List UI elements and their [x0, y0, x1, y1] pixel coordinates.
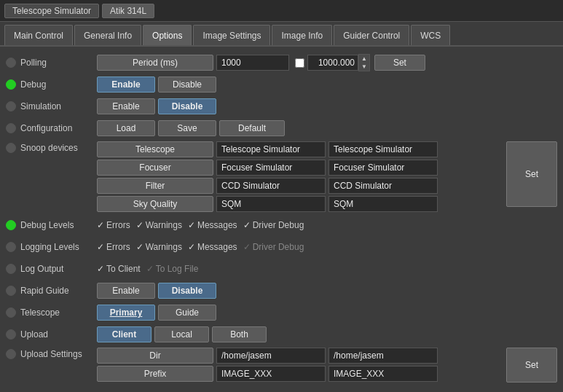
tab-main-control[interactable]: Main Control	[4, 25, 73, 45]
upload-settings-set-btn[interactable]: Set	[506, 348, 557, 383]
debug-levels-indicator	[6, 220, 16, 230]
snoop-row-telescope: Telescope	[97, 141, 503, 157]
config-default-btn[interactable]: Default	[219, 120, 285, 136]
upload-row: Upload Client Local Both	[6, 326, 557, 343]
upload-prefix-btn[interactable]: Prefix	[97, 366, 213, 382]
logging-driver-debug-check[interactable]: ✓ Driver Debug	[243, 242, 304, 252]
upload-prefix-row: Prefix	[97, 366, 503, 382]
snoop-row-skyquality: Sky Quality	[97, 196, 503, 212]
spinner-down[interactable]: ▼	[359, 63, 369, 71]
debug-warnings-check[interactable]: ✓ Warnings	[136, 220, 182, 230]
logging-errors-check[interactable]: ✓ Errors	[97, 242, 130, 252]
config-load-btn[interactable]: Load	[97, 120, 155, 136]
log-output-indicator	[6, 264, 16, 274]
tab-guider-control[interactable]: Guider Control	[334, 25, 409, 45]
polling-checkbox[interactable]	[295, 58, 304, 68]
debug-row: Debug Enable Disable	[6, 76, 557, 93]
snoop-set-btn[interactable]: Set	[506, 141, 557, 207]
upload-label: Upload	[20, 329, 97, 340]
snoop-devices-section: Snoop devices Telescope Focuser Filter	[6, 141, 557, 212]
upload-settings-indicator	[6, 349, 16, 359]
rapid-guide-label: Rapid Guide	[20, 286, 97, 296]
log-output-label: Log Output	[20, 264, 97, 274]
main-content: Polling Period (ms) 1000.000 ▲ ▼ Set Deb…	[0, 47, 563, 392]
snoop-skyquality-val2[interactable]	[328, 196, 438, 212]
tab-image-settings[interactable]: Image Settings	[193, 25, 270, 45]
debug-enable-btn[interactable]: Enable	[97, 77, 155, 93]
log-to-client-check[interactable]: ✓ To Client	[97, 264, 141, 274]
telescope-guide-btn[interactable]: Guide	[158, 305, 216, 321]
polling-row: Polling Period (ms) 1000.000 ▲ ▼ Set	[6, 54, 557, 71]
title-tab-atik[interactable]: Atik 314L	[102, 4, 154, 18]
rapid-guide-indicator	[6, 286, 16, 296]
telescope-label: Telescope	[20, 307, 97, 318]
log-to-file-check[interactable]: ✓ To Log File	[146, 264, 199, 274]
snoop-focuser-val1[interactable]	[216, 160, 326, 176]
snoop-row-focuser: Focuser	[97, 160, 503, 176]
logging-levels-indicator	[6, 242, 16, 252]
upload-both-btn[interactable]: Both	[212, 326, 267, 342]
upload-dir-val2[interactable]	[328, 348, 438, 364]
telescope-primary-btn[interactable]: Primary	[97, 305, 155, 321]
snoop-row-filter: Filter	[97, 178, 503, 194]
upload-prefix-val2[interactable]	[328, 366, 438, 382]
debug-indicator	[6, 79, 16, 90]
snoop-telescope-val2[interactable]	[328, 141, 438, 157]
upload-local-btn[interactable]: Local	[154, 326, 209, 342]
snoop-telescope-btn[interactable]: Telescope	[97, 141, 213, 157]
logging-levels-row: Logging Levels ✓ Errors ✓ Warnings ✓ Mes…	[6, 238, 557, 256]
polling-spinbox[interactable]: 1000.000	[307, 55, 358, 71]
upload-dir-val1[interactable]	[216, 348, 326, 364]
snoop-grid: Telescope Focuser Filter Sky Quality	[97, 141, 503, 212]
upload-indicator	[6, 329, 16, 340]
debug-messages-check[interactable]: ✓ Messages	[188, 220, 237, 230]
rapid-guide-enable-btn[interactable]: Enable	[97, 283, 155, 299]
upload-settings-grid: Dir Prefix	[97, 348, 503, 382]
log-output-row: Log Output ✓ To Client ✓ To Log File	[6, 260, 557, 278]
logging-warnings-check[interactable]: ✓ Warnings	[136, 242, 182, 252]
rapid-guide-disable-btn[interactable]: Disable	[158, 283, 216, 299]
tab-general-info[interactable]: General Info	[74, 25, 141, 45]
snoop-focuser-val2[interactable]	[328, 160, 438, 176]
debug-errors-check[interactable]: ✓ Errors	[97, 220, 130, 230]
upload-dir-btn[interactable]: Dir	[97, 348, 213, 364]
spinner-up[interactable]: ▲	[359, 55, 369, 63]
debug-driver-debug-check[interactable]: ✓ Driver Debug	[243, 220, 304, 230]
debug-levels-label: Debug Levels	[20, 220, 97, 230]
upload-settings-section: Upload Settings Dir Prefix Set	[6, 348, 557, 383]
simulation-row: Simulation Enable Disable	[6, 98, 557, 115]
nav-tabs: Main Control General Info Options Image …	[0, 22, 563, 47]
telescope-indicator	[6, 307, 16, 318]
config-save-btn[interactable]: Save	[158, 120, 216, 136]
polling-period-btn[interactable]: Period (ms)	[97, 55, 213, 71]
snoop-telescope-val1[interactable]	[216, 141, 326, 157]
debug-disable-btn[interactable]: Disable	[158, 77, 216, 93]
snoop-filter-btn[interactable]: Filter	[97, 178, 213, 194]
logging-levels-label: Logging Levels	[20, 242, 97, 252]
snoop-skyquality-val1[interactable]	[216, 196, 326, 212]
polling-set-btn[interactable]: Set	[374, 55, 425, 71]
simulation-label: Simulation	[20, 101, 97, 111]
snoop-focuser-btn[interactable]: Focuser	[97, 160, 213, 176]
snoop-filter-val1[interactable]	[216, 178, 326, 194]
title-tab-telescope-simulator[interactable]: Telescope Simulator	[4, 4, 99, 18]
configuration-row: Configuration Load Save Default	[6, 119, 557, 137]
tab-wcs[interactable]: WCS	[411, 25, 450, 45]
configuration-label: Configuration	[20, 123, 97, 133]
rapid-guide-row: Rapid Guide Enable Disable	[6, 282, 557, 299]
snoop-filter-val2[interactable]	[328, 178, 438, 194]
snoop-skyquality-btn[interactable]: Sky Quality	[97, 196, 213, 212]
telescope-row: Telescope Primary Guide	[6, 304, 557, 321]
simulation-disable-btn[interactable]: Disable	[158, 98, 216, 114]
upload-settings-label: Upload Settings	[20, 349, 97, 359]
upload-prefix-val1[interactable]	[216, 366, 326, 382]
upload-client-btn[interactable]: Client	[97, 326, 151, 342]
tab-image-info[interactable]: Image Info	[272, 25, 332, 45]
polling-period-input[interactable]	[216, 55, 289, 71]
title-bar: Telescope Simulator Atik 314L	[0, 0, 563, 22]
snoop-label: Snoop devices	[20, 143, 97, 153]
simulation-enable-btn[interactable]: Enable	[97, 98, 155, 114]
tab-options[interactable]: Options	[143, 25, 192, 45]
debug-label: Debug	[20, 79, 97, 90]
logging-messages-check[interactable]: ✓ Messages	[188, 242, 237, 252]
